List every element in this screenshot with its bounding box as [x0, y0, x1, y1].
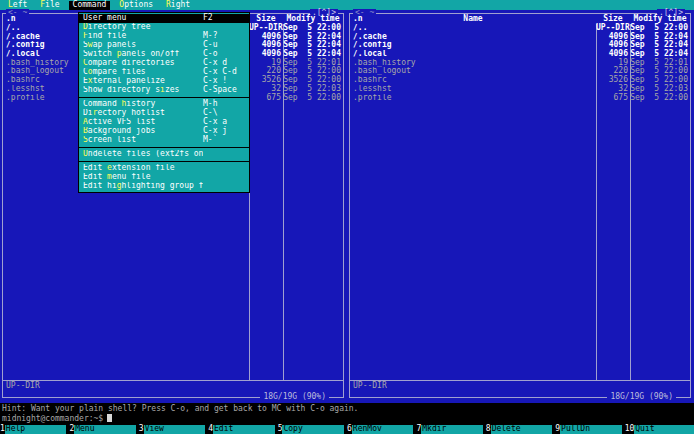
fkey-label: Mkdir: [421, 425, 483, 434]
fkey-4-edit[interactable]: 4Edit: [208, 424, 277, 434]
menu-item-command-history[interactable]: Command historyM-h: [79, 100, 249, 109]
hotkey-letter: F: [40, 0, 45, 9]
menu-item-shortcut: [203, 173, 245, 182]
fkey-7-mkdir[interactable]: 7Mkdir: [416, 424, 485, 434]
fkey-3-view[interactable]: 3View: [139, 424, 208, 434]
hotkey-letter: m: [107, 173, 112, 181]
menu-item-label: Directory hotlist: [83, 109, 203, 118]
menu-item-directory-tree[interactable]: Directory tree: [79, 23, 249, 32]
menu-item-swap-panels[interactable]: Swap panelsC-u: [79, 41, 249, 50]
fkey-10-quit[interactable]: 10Quit: [625, 424, 694, 434]
menu-item-shortcut: C-Space: [203, 86, 245, 95]
menu-item-edit-extension-file[interactable]: Edit extension file: [79, 164, 249, 173]
cursor-block: [107, 414, 112, 422]
hotkey-letter: o: [88, 68, 93, 76]
file-mtime: Sep 5 22:00: [283, 94, 343, 103]
sort-indicator: .n: [6, 15, 16, 24]
menu-item-background-jobs[interactable]: Background jobsC-x j: [79, 127, 249, 136]
menu-item-user-menu[interactable]: User menuF2: [79, 14, 249, 23]
sort-indicator: .n: [353, 15, 363, 24]
menu-item-shortcut: F2: [203, 14, 245, 23]
command-dropdown-menu: User menuF2Directory treeFind fileM-?Swa…: [78, 12, 250, 193]
menu-item-label: Swap panels: [83, 41, 203, 50]
fkey-label: View: [144, 425, 206, 434]
menu-item-label: Active VFS list: [83, 118, 203, 127]
menu-item-label: Undelete files (ext2fs only): [83, 150, 203, 159]
fkey-label: Edit: [213, 425, 275, 434]
shell-prompt[interactable]: midnight@commander:~$: [2, 414, 112, 424]
fkey-8-delete[interactable]: 8Delete: [486, 424, 555, 434]
file-mtime: Sep 5 22:00: [630, 94, 690, 103]
hotkey-letter: g: [117, 182, 122, 190]
file-name: /..: [350, 24, 596, 33]
menu-item-label: Compare directories: [83, 59, 203, 68]
fkey-1-help[interactable]: 1Help: [0, 424, 69, 434]
fkey-6-renmov[interactable]: 6RenMov: [347, 424, 416, 434]
menu-item-label: Edit menu file: [83, 173, 203, 182]
file-name: .bash_logout: [350, 67, 596, 76]
hotkey-letter: w: [88, 41, 93, 49]
menu-item-label: Switch panels on/off: [83, 50, 203, 59]
hotkey-letter: C: [83, 59, 88, 67]
menu-item-label: User menu: [83, 14, 203, 23]
mc-window: LeftFileCommandOptionsRight <- ~ .[^]> N…: [0, 0, 694, 434]
mini-status: UP--DIR: [353, 382, 387, 391]
hotkey-letter: A: [83, 118, 88, 126]
hotkey-letter: i: [160, 86, 165, 94]
hotkey-letter: r: [93, 109, 98, 117]
menu-item-label: Find file: [83, 32, 203, 41]
prompt-text: midnight@commander:~$: [2, 414, 103, 423]
file-list: /..UP--DIRSep 5 22:00/.cache4096Sep 5 22…: [350, 24, 690, 102]
menu-separator: [79, 161, 249, 162]
menu-item-label: Show directory sizes: [83, 86, 203, 95]
function-key-bar: 1Help2Menu3View4Edit5Copy6RenMov7Mkdir8D…: [0, 424, 694, 434]
menu-item-undelete-files-ext2fs-only[interactable]: Undelete files (ext2fs only): [79, 150, 249, 159]
fkey-number: 10: [625, 425, 635, 434]
column-header-name[interactable]: Name: [350, 15, 596, 24]
fkey-label: PullDn: [560, 425, 622, 434]
fkey-label: Help: [5, 425, 67, 434]
file-name: .bashrc: [350, 76, 596, 85]
menu-item-screen-list[interactable]: Screen listM-`: [79, 136, 249, 145]
menu-item-shortcut: [203, 182, 245, 191]
menu-item-show-directory-sizes[interactable]: Show directory sizesC-Space: [79, 86, 249, 95]
menu-item-label: External panelize: [83, 77, 203, 86]
menu-item-label: Edit extension file: [83, 164, 203, 173]
menu-item-edit-highlighting-group-file[interactable]: Edit highlighting group file: [79, 182, 249, 191]
free-space-label: 18G/19G (90%): [607, 393, 676, 402]
fkey-label: Quit: [634, 425, 694, 434]
fkey-5-copy[interactable]: 5Copy: [278, 424, 347, 434]
file-name: .lesshst: [350, 85, 596, 94]
hotkey-letter: O: [119, 0, 124, 9]
file-name: /.local: [350, 50, 596, 59]
fkey-label: Menu: [74, 425, 136, 434]
file-name: /.config: [350, 41, 596, 50]
menu-item-shortcut: M-`: [203, 136, 245, 145]
menu-separator: [79, 97, 249, 98]
menu-item-find-file[interactable]: Find fileM-?: [79, 32, 249, 41]
hotkey-letter: F: [83, 32, 88, 40]
mini-status-divider: [3, 380, 343, 381]
hint-line: Hint: Want your plain shell? Press C-o, …: [2, 405, 358, 414]
menu-separator: [79, 147, 249, 148]
menu-bar: LeftFileCommandOptionsRight: [0, 0, 694, 10]
file-row-profile[interactable]: .profile675Sep 5 22:00: [350, 94, 690, 103]
fkey-label: Delete: [491, 425, 553, 434]
hotkey-letter: U: [83, 14, 88, 22]
fkey-2-menu[interactable]: 2Menu: [69, 424, 138, 434]
hotkey-letter: B: [83, 127, 88, 135]
hotkey-letter: D: [83, 23, 88, 31]
hotkey-letter: R: [166, 0, 171, 9]
fkey-9-pulldn[interactable]: 9PullDn: [555, 424, 624, 434]
menu-item-label: Edit highlighting group file: [83, 182, 203, 191]
hotkey-letter: U: [83, 150, 88, 158]
menu-item-label: Compare files: [83, 68, 203, 77]
mini-status: UP--DIR: [6, 382, 40, 391]
file-name: .bash_history: [350, 59, 596, 68]
hotkey-letter: S: [83, 136, 88, 144]
menu-item-label: Screen list: [83, 136, 203, 145]
menu-item-label: Directory tree: [83, 23, 203, 32]
menu-item-edit-menu-file[interactable]: Edit menu file: [79, 173, 249, 182]
file-size: 675: [596, 94, 630, 103]
hotkey-letter: C: [73, 0, 78, 9]
